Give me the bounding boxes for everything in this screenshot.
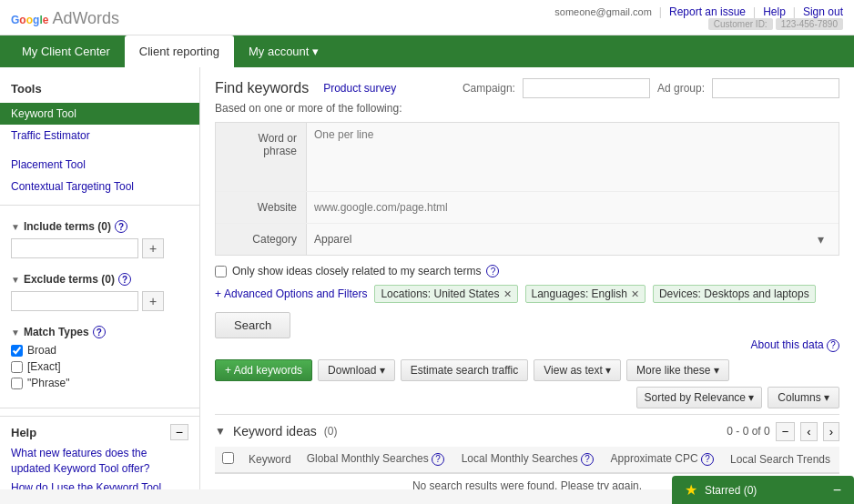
global-monthly-help-icon[interactable]: ?	[432, 453, 444, 466]
help-link-2[interactable]: How do I use the Keyword Tool	[11, 480, 188, 489]
view-as-text-button[interactable]: View as text ▾	[534, 359, 621, 381]
word-phrase-textarea[interactable]	[314, 128, 831, 183]
exclude-terms-header[interactable]: ▼ Exclude terms (0) ?	[11, 273, 188, 286]
location-filter-remove-button[interactable]: ✕	[503, 288, 512, 300]
word-phrase-input-area	[307, 123, 839, 191]
toolbar-right: Sorted by Relevance ▾ Columns ▾	[636, 387, 839, 408]
match-phrase-checkbox[interactable]	[11, 378, 23, 389]
include-terms-help-icon[interactable]: ?	[115, 220, 127, 233]
col-local-monthly: Local Monthly Searches ?	[454, 447, 604, 473]
match-exact-row: [Exact]	[11, 360, 188, 373]
category-row: Category Apparel ▾	[216, 224, 839, 255]
sidebar-item-keyword-tool[interactable]: Keyword Tool	[0, 103, 199, 125]
col-keyword: Keyword	[241, 447, 300, 473]
estimate-traffic-button[interactable]: Estimate search traffic	[401, 359, 529, 381]
tab-my-client-center[interactable]: My Client Center	[7, 35, 125, 67]
help-section: Help − What new features does the update…	[0, 416, 199, 489]
report-issue-link[interactable]: Report an issue	[669, 5, 746, 18]
website-input[interactable]	[314, 197, 831, 217]
keyword-ideas-collapse-icon[interactable]: ▼	[215, 425, 226, 438]
only-show-checkbox[interactable]	[215, 266, 227, 277]
tab-my-account[interactable]: My account ▾	[234, 35, 333, 67]
nav-tabs: My Client Center Client reporting My acc…	[0, 35, 854, 67]
sidebar: Tools Keyword Tool Traffic Estimator Pla…	[0, 67, 200, 489]
location-filter-label: Locations: United States	[381, 287, 499, 300]
exclude-triangle-icon: ▼	[11, 275, 20, 285]
keyword-ideas-count: (0)	[324, 425, 338, 438]
search-button[interactable]: Search	[215, 312, 290, 338]
advanced-options-link[interactable]: + Advanced Options and Filters	[215, 287, 367, 300]
top-links: someone@gmail.com | Report an issue | He…	[554, 5, 843, 18]
only-show-help-icon[interactable]: ?	[486, 265, 499, 277]
keyword-ideas-title: Keyword ideas	[233, 424, 317, 438]
top-bar: Google AdWords someone@gmail.com | Repor…	[0, 0, 854, 35]
select-all-checkbox[interactable]	[222, 452, 234, 464]
sorted-by-button[interactable]: Sorted by Relevance ▾	[636, 387, 763, 408]
find-keywords-header: Find keywords Product survey Campaign: A…	[215, 78, 839, 98]
sep1: |	[659, 5, 662, 18]
match-exact-checkbox[interactable]	[11, 361, 23, 373]
exclude-terms-input[interactable]	[11, 291, 138, 311]
only-show-checkbox-row: Only show ideas closely related to my se…	[215, 265, 839, 277]
sidebar-item-contextual-targeting[interactable]: Contextual Targeting Tool	[0, 176, 199, 197]
category-select[interactable]: Apparel	[314, 229, 818, 249]
devices-filter-label: Devices: Desktops and laptops	[659, 287, 809, 300]
include-terms-input[interactable]	[11, 238, 138, 258]
prev-page-button[interactable]: ‹	[800, 422, 817, 441]
website-label: Website	[216, 192, 307, 223]
col-global-monthly: Global Monthly Searches ?	[300, 447, 454, 473]
columns-button[interactable]: Columns ▾	[768, 387, 839, 408]
add-keywords-button[interactable]: + Add keywords	[215, 359, 312, 381]
match-broad-checkbox[interactable]	[11, 345, 23, 357]
customer-id-label: Customer ID:	[708, 18, 773, 30]
help-collapse-button[interactable]: −	[170, 424, 188, 440]
word-phrase-label: Word or phrase	[216, 123, 307, 191]
include-terms-add-button[interactable]: +	[142, 238, 164, 258]
match-broad-label: Broad	[27, 344, 56, 357]
about-row: About this data ?	[215, 338, 839, 352]
tab-client-reporting[interactable]: Client reporting	[125, 35, 234, 67]
next-page-button[interactable]: ›	[823, 422, 839, 441]
help-link[interactable]: Help	[763, 5, 786, 18]
adgroup-input[interactable]	[712, 78, 839, 98]
category-input-area: Apparel ▾	[307, 224, 839, 255]
about-data-help-icon[interactable]: ?	[827, 339, 839, 352]
sep2: |	[753, 5, 756, 18]
website-row: Website	[216, 192, 839, 224]
keyword-form: Word or phrase Website Category Apparel …	[215, 122, 839, 256]
advanced-options-label: Advanced Options and Filters	[224, 287, 367, 300]
keyword-ideas-pagination: 0 - 0 of 0 − ‹ ›	[727, 422, 839, 441]
local-monthly-help-icon[interactable]: ?	[581, 453, 594, 466]
toolbar: + Add keywords Download ▾ Estimate searc…	[215, 359, 839, 408]
word-phrase-row: Word or phrase	[216, 123, 839, 192]
based-on-text: Based on one or more of the following:	[215, 102, 839, 115]
sign-out-link[interactable]: Sign out	[803, 5, 843, 18]
campaign-label: Campaign:	[463, 82, 515, 95]
sidebar-item-traffic-estimator[interactable]: Traffic Estimator	[0, 125, 199, 146]
match-exact-label: [Exact]	[27, 360, 61, 373]
col-local-search-trends: Local Search Trends	[723, 447, 839, 473]
match-types-header[interactable]: ▼ Match Types ?	[11, 326, 188, 338]
starred-label: Starred (0)	[705, 484, 757, 490]
starred-collapse-button[interactable]: −	[833, 482, 841, 490]
sidebar-divider-2	[0, 408, 199, 408]
product-survey-link[interactable]: Product survey	[323, 82, 396, 95]
more-like-these-button[interactable]: More like these ▾	[626, 359, 729, 381]
nav-minus-button[interactable]: −	[776, 422, 796, 441]
exclude-terms-add-button[interactable]: +	[142, 291, 164, 311]
download-button[interactable]: Download ▾	[318, 359, 395, 381]
tools-title: Tools	[0, 78, 199, 103]
include-terms-header[interactable]: ▼ Include terms (0) ?	[11, 220, 188, 233]
approx-cpc-help-icon[interactable]: ?	[701, 453, 714, 466]
about-data-link[interactable]: About this data	[751, 338, 824, 351]
exclude-terms-help-icon[interactable]: ?	[118, 273, 131, 286]
match-types-help-icon[interactable]: ?	[93, 326, 106, 338]
campaign-input[interactable]	[523, 78, 650, 98]
starred-bar: ★ Starred (0) −	[672, 476, 854, 489]
category-label: Category	[216, 224, 307, 255]
keyword-ideas-header: ▼ Keyword ideas (0) 0 - 0 of 0 − ‹ ›	[215, 414, 839, 447]
sidebar-item-placement-tool[interactable]: Placement Tool	[0, 154, 199, 176]
language-filter-remove-button[interactable]: ✕	[631, 288, 639, 300]
help-link-1[interactable]: What new features does the updated Keywo…	[11, 446, 188, 477]
devices-filter-tag: Devices: Desktops and laptops	[653, 285, 816, 303]
